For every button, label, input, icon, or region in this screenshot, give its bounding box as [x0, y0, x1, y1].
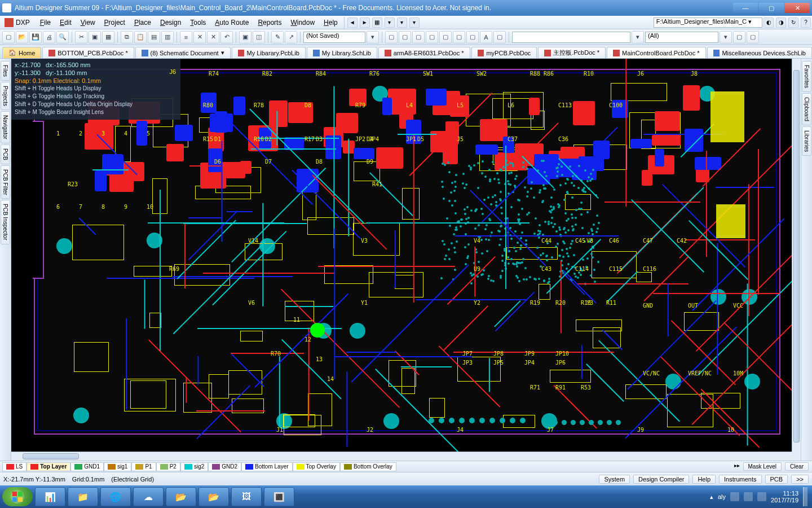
status-button-instruments[interactable]: Instruments	[719, 475, 761, 484]
tool-icon[interactable]: ▾	[397, 17, 407, 28]
help-icon[interactable]: ?	[801, 17, 811, 28]
home-tab[interactable]: 🏠 Home	[2, 47, 41, 58]
layer-tab-top-overlay[interactable]: Top Overlay	[293, 462, 340, 471]
tool-icon[interactable]: ▣	[239, 31, 251, 43]
window-close-button[interactable]: ✕	[785, 3, 810, 13]
menu-design[interactable]: Design	[156, 17, 186, 28]
dxp-menu[interactable]: DXP	[5, 18, 30, 27]
panel-tab-navigator[interactable]: Navigator	[1, 111, 10, 143]
doc-tab[interactable]: My Library.SchLib	[307, 47, 377, 58]
layer-tab-p1[interactable]: P1	[131, 462, 156, 471]
explorer-icon[interactable]: 📁	[68, 487, 98, 506]
folder-icon[interactable]: 📂	[166, 487, 196, 506]
nav-fwd-icon[interactable]: ►	[360, 17, 370, 28]
tool-icon[interactable]: ▢	[733, 31, 745, 43]
tool-icon[interactable]: ▥	[161, 31, 174, 43]
refresh-icon[interactable]: ↻	[788, 17, 798, 28]
paste-icon[interactable]: 📋	[134, 31, 147, 43]
status-button-system[interactable]: System	[599, 475, 630, 484]
pcb-icon[interactable]: 🔳	[264, 487, 294, 506]
tool-icon[interactable]: ◫	[253, 31, 265, 43]
tool-icon[interactable]: ✕	[207, 31, 219, 43]
tool-icon[interactable]: ▢	[453, 31, 465, 43]
panel-tab-libraries[interactable]: Libraries	[802, 126, 811, 156]
tool-icon[interactable]: ▢	[412, 31, 425, 43]
tray-volume-icon[interactable]	[757, 492, 766, 501]
doc-tab[interactable]: MainControlBoard.PcbDoc *	[607, 47, 705, 58]
save-icon[interactable]: 💾	[29, 31, 42, 43]
filter-combo-1[interactable]	[512, 32, 630, 43]
filter-combo-2[interactable]: (All)	[645, 32, 718, 43]
pcb-canvas[interactable]: x:-21.700 dx:-165.500 mm y:-11.300 dy:-1…	[11, 59, 792, 452]
show-desktop-button[interactable]	[803, 487, 807, 506]
baidu-icon[interactable]: ☁	[133, 487, 164, 506]
menu-edit[interactable]: Edit	[55, 17, 76, 28]
layer-tab-sig1[interactable]: sig1	[104, 462, 131, 471]
tool-icon[interactable]: ▢	[493, 31, 506, 43]
dropdown-icon[interactable]: ▾	[367, 31, 379, 43]
mask-level-button[interactable]: Mask Level	[743, 462, 782, 471]
menu-place[interactable]: Place	[130, 17, 156, 28]
align-icon[interactable]: ≡	[180, 31, 192, 43]
menu-help[interactable]: Help	[319, 17, 342, 28]
doc-tab[interactable]: My Libarary.PcbLib	[232, 47, 306, 58]
ime-indicator[interactable]: aly	[718, 493, 726, 500]
tray-flag-icon[interactable]	[730, 492, 739, 501]
tool-icon[interactable]: ◑	[776, 17, 786, 28]
chrome-icon[interactable]: 🌐	[100, 487, 131, 506]
doc-tab[interactable]: 主控板.PcbDoc *	[538, 47, 606, 58]
vertical-scrollbar[interactable]	[792, 59, 801, 452]
tray-clock[interactable]: 11:132017/7/19	[771, 490, 798, 503]
menu-project[interactable]: Project	[100, 17, 130, 28]
layer-tab-gnd2[interactable]: GND2	[208, 462, 241, 471]
tool-icon[interactable]: ▾	[385, 17, 395, 28]
doc-tab[interactable]: armA8-ER6031.PcbDoc *	[378, 47, 470, 58]
status-button-pcb[interactable]: PCB	[765, 475, 788, 484]
nav-back-icon[interactable]: ◄	[347, 17, 358, 28]
menu-auto-route[interactable]: Auto Route	[210, 17, 253, 28]
layer-tab-p2[interactable]: P2	[156, 462, 180, 471]
tool-icon[interactable]: ▤	[148, 31, 160, 43]
panel-tab-pcb-filter[interactable]: PCB Filter	[1, 165, 10, 199]
layer-tab-gnd1[interactable]: GND1	[70, 462, 104, 471]
layer-tab-scroll-icon[interactable]: ▸▸	[734, 462, 740, 471]
copy-icon[interactable]: ⧉	[121, 31, 133, 43]
window-minimize-button[interactable]: —	[733, 3, 758, 13]
menu-file[interactable]: File	[36, 17, 55, 28]
preview-icon[interactable]: 🔍	[56, 31, 69, 43]
panel-tab-pcb[interactable]: PCB	[1, 144, 10, 164]
tool-icon[interactable]: ▢	[466, 31, 479, 43]
menu-reports[interactable]: Reports	[253, 17, 286, 28]
layer-tab-bottom-overlay[interactable]: Bottom Overlay	[340, 462, 396, 471]
layer-tab-bottom-layer[interactable]: Bottom Layer	[241, 462, 292, 471]
menu-tools[interactable]: Tools	[186, 17, 210, 28]
status-button-help[interactable]: Help	[692, 475, 716, 484]
horizontal-scrollbar[interactable]	[11, 452, 792, 461]
open-icon[interactable]: 📂	[16, 31, 28, 43]
new-icon[interactable]: ▢	[2, 31, 15, 43]
doc-tab[interactable]: BOTTOM_PCB.PcbDoc *	[42, 47, 134, 58]
print-icon[interactable]: 🖨	[43, 31, 55, 43]
tool-icon[interactable]: ✎	[271, 31, 284, 43]
window-maximize-button[interactable]: ▢	[759, 3, 784, 13]
start-button[interactable]	[2, 487, 33, 506]
layer-tab-top-layer[interactable]: Top Layer	[27, 462, 70, 471]
panel-tab-favorites[interactable]: Favorites	[802, 61, 811, 92]
tool-icon[interactable]: ▢	[747, 31, 759, 43]
layer-tab-sig2[interactable]: sig2	[180, 462, 208, 471]
tool-icon[interactable]: ▦	[102, 31, 114, 43]
tool-icon[interactable]: ▢	[439, 31, 452, 43]
tool-icon[interactable]: ▣	[89, 31, 101, 43]
tool-icon[interactable]: ▾	[409, 17, 420, 28]
tool-icon[interactable]: ▢	[426, 31, 438, 43]
tool-icon[interactable]: ◐	[764, 17, 774, 28]
panel-tab-files[interactable]: Files	[1, 61, 10, 81]
status-button-[interactable]: >>	[791, 475, 809, 484]
pptx-icon[interactable]: 📊	[35, 487, 65, 506]
menu-view[interactable]: View	[76, 17, 100, 28]
menu-window[interactable]: Window	[286, 17, 319, 28]
dropdown-icon[interactable]: ▾	[720, 31, 732, 43]
tool-icon[interactable]: A	[480, 31, 492, 43]
tool-icon[interactable]: ▢	[385, 31, 398, 43]
folder2-icon[interactable]: 📂	[198, 487, 229, 506]
